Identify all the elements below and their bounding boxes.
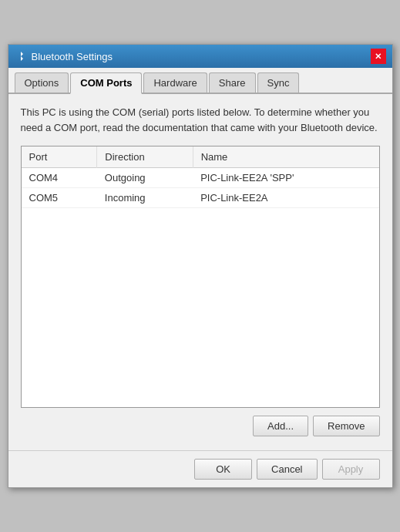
ports-table: Port Direction Name COM4 Outgoing PIC-Li…	[22, 146, 379, 208]
description-text: This PC is using the COM (serial) ports …	[21, 105, 380, 135]
table-row[interactable]: COM4 Outgoing PIC-Link-EE2A 'SPP'	[22, 168, 379, 188]
tab-options[interactable]: Options	[15, 72, 69, 93]
table-row[interactable]: COM5 Incoming PIC-Link-EE2A	[22, 188, 379, 208]
row1-name: PIC-Link-EE2A 'SPP'	[193, 168, 378, 188]
col-port: Port	[22, 146, 97, 168]
row1-port: COM4	[22, 168, 97, 188]
row1-direction: Outgoing	[97, 168, 193, 188]
bottom-bar: OK Cancel Apply	[8, 450, 392, 487]
close-button[interactable]: ✕	[371, 49, 386, 64]
tab-sync[interactable]: Sync	[257, 72, 300, 93]
ok-button[interactable]: OK	[194, 459, 252, 480]
tab-com-ports[interactable]: COM Ports	[70, 72, 142, 94]
tab-bar: Options COM Ports Hardware Share Sync	[8, 68, 392, 94]
dialog-window: Bluetooth Settings ✕ Options COM Ports H…	[8, 44, 393, 488]
tab-hardware[interactable]: Hardware	[143, 72, 207, 93]
row2-port: COM5	[22, 188, 97, 208]
dialog-title: Bluetooth Settings	[32, 51, 113, 62]
row2-direction: Incoming	[97, 188, 193, 208]
tab-content: This PC is using the COM (serial) ports …	[8, 94, 392, 447]
table-header-row: Port Direction Name	[22, 146, 379, 168]
title-bar: Bluetooth Settings ✕	[8, 45, 392, 68]
add-button[interactable]: Add...	[253, 416, 308, 436]
apply-button[interactable]: Apply	[322, 459, 380, 480]
remove-button[interactable]: Remove	[313, 416, 379, 436]
action-row: Add... Remove	[21, 416, 380, 436]
cancel-button[interactable]: Cancel	[257, 459, 317, 480]
title-bar-left: Bluetooth Settings	[15, 50, 113, 62]
bluetooth-icon	[15, 50, 27, 62]
col-name: Name	[193, 146, 378, 168]
col-direction: Direction	[97, 146, 193, 168]
ports-table-container: Port Direction Name COM4 Outgoing PIC-Li…	[21, 146, 380, 408]
row2-name: PIC-Link-EE2A	[193, 188, 378, 208]
tab-share[interactable]: Share	[209, 72, 256, 93]
